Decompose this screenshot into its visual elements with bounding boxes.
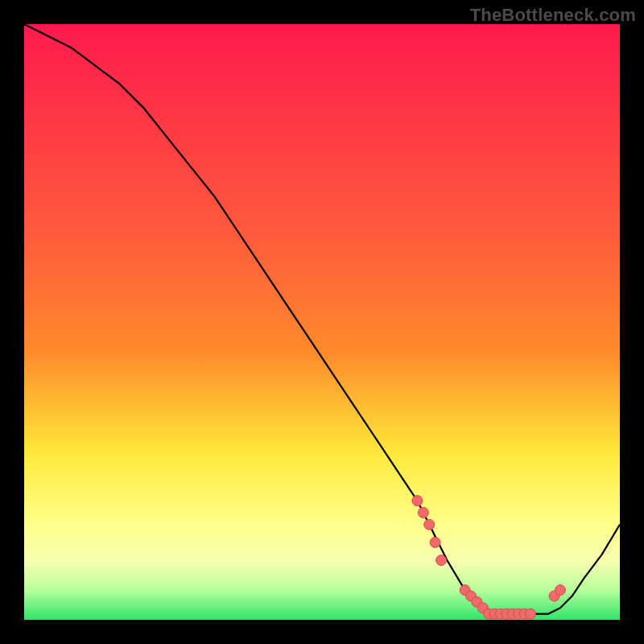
watermark-text: TheBottleneck.com [470, 5, 636, 26]
curve-layer [24, 24, 620, 620]
chart-container: TheBottleneck.com [0, 0, 644, 644]
highlight-dot [412, 496, 423, 506]
plot-area [24, 24, 620, 620]
highlight-dot [526, 609, 536, 619]
highlight-dot [418, 507, 428, 518]
highlight-dot [424, 519, 435, 530]
highlight-dot [555, 585, 566, 596]
highlight-dot [430, 537, 440, 547]
highlight-dot [436, 555, 447, 566]
bottleneck-curve [24, 24, 620, 614]
highlight-dots [412, 496, 566, 620]
